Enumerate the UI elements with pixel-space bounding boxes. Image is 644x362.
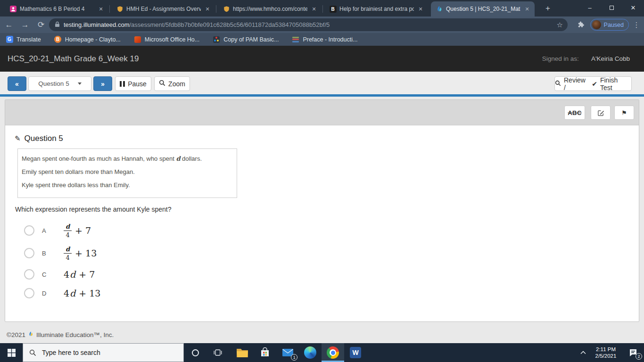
tab-title: Mathematics 6 B Period 4: [20, 6, 94, 12]
edge-icon: [304, 346, 316, 359]
file-explorer-button[interactable]: [231, 343, 254, 362]
store-icon: [260, 347, 270, 358]
new-tab-button[interactable]: +: [541, 3, 554, 14]
radio-button[interactable]: [24, 248, 34, 258]
book-lines-icon: [292, 36, 299, 43]
stimulus-line: Emily spent ten dollars more than Megan.: [22, 168, 233, 176]
next-question-button[interactable]: »: [93, 76, 112, 91]
magnifier-icon: [159, 80, 165, 88]
task-view-button[interactable]: [206, 343, 229, 362]
pause-button[interactable]: Pause: [115, 76, 151, 91]
cortana-button[interactable]: [184, 343, 206, 362]
stimulus-line: Megan spent one-fourth as much as Hannah…: [22, 155, 233, 163]
review-finish-button[interactable]: Review / ✔ Finish Test: [554, 76, 632, 91]
profile-button[interactable]: Paused: [590, 19, 629, 31]
browser-toolbar: ← → ⟳ ⌂ testing.illuminateed.com/assessm…: [0, 16, 644, 33]
tray-chevron-up-icon[interactable]: [577, 351, 589, 354]
tab-question-5-active[interactable]: Question 5 | HCS_20-21_Math ✕: [431, 1, 535, 16]
window-maximize-button[interactable]: [601, 0, 622, 15]
start-button[interactable]: [0, 343, 23, 362]
assessment-header: HCS_20-21_Math Grade 6_Week 19 Signed in…: [0, 46, 644, 72]
zoom-label: Zoom: [168, 80, 185, 88]
answer-option-b[interactable]: B d 4 + 13: [24, 244, 97, 263]
back-icon[interactable]: ←: [3, 19, 15, 31]
option-expression: d 4 + 7: [64, 223, 91, 238]
search-placeholder: Type here to search: [42, 349, 100, 356]
bookmark-office[interactable]: Microsoft Office Ho...: [130, 34, 203, 45]
action-center-button[interactable]: 2: [622, 343, 644, 362]
tab-close-icon[interactable]: ✕: [204, 5, 211, 13]
strikethrough-abc-button[interactable]: ABC: [564, 106, 585, 120]
tab-close-icon[interactable]: ✕: [310, 5, 318, 13]
zoom-button[interactable]: Zoom: [154, 76, 190, 91]
bookmark-translate[interactable]: G Translate: [2, 34, 45, 45]
address-bar[interactable]: testing.illuminateed.com/assessment/5fdb…: [49, 18, 568, 31]
taskbar-clock[interactable]: 2:11 PM 2/5/2021: [589, 346, 622, 359]
answer-option-d[interactable]: D 4d + 13: [24, 284, 100, 303]
math-variable: d: [70, 288, 75, 298]
browser-menu-icon[interactable]: ⋮: [633, 21, 640, 29]
math-variable: d: [70, 269, 75, 280]
pause-label: Pause: [128, 80, 147, 88]
class-person-icon: [9, 5, 17, 13]
bookmark-preface[interactable]: Preface - Introducti...: [288, 34, 361, 45]
radio-button[interactable]: [24, 269, 34, 280]
illuminate-logo-icon: [28, 330, 34, 339]
chrome-icon: [327, 346, 339, 359]
hmh-shield-icon: [223, 5, 230, 13]
fraction: d 4: [64, 246, 72, 261]
answer-option-a[interactable]: A d 4 + 7: [24, 221, 91, 240]
mail-button[interactable]: 1: [276, 343, 299, 362]
signed-in-label: Signed in as:: [542, 55, 579, 62]
tab-title: Question 5 | HCS_20-21_Math: [446, 6, 520, 12]
reload-icon[interactable]: ⟳: [35, 19, 47, 31]
tab-close-icon[interactable]: ✕: [97, 5, 105, 13]
stimulus-line: Kyle spent three dollars less than Emily…: [22, 181, 233, 189]
question-tools-bar: ABC ⚑: [5, 100, 639, 125]
window-close-button[interactable]: ✕: [622, 0, 644, 15]
question-card: ABC ⚑ ✎ Question 5 Megan spent one-fourt…: [5, 99, 639, 322]
question-heading: ✎ Question 5: [15, 134, 63, 143]
signed-in-user: A'Keiria Cobb: [591, 55, 630, 62]
notes-edit-button[interactable]: [591, 106, 611, 120]
microsoft-store-button[interactable]: [254, 343, 276, 362]
url-text: testing.illuminateed.com/assessment/5fdb…: [64, 21, 553, 28]
search-icon: [29, 349, 36, 356]
previous-question-button[interactable]: «: [8, 76, 26, 91]
tab-separator: [322, 5, 323, 13]
double-chevron-left-icon: «: [15, 80, 19, 88]
forward-icon[interactable]: →: [19, 19, 31, 31]
window-minimize-button[interactable]: –: [579, 0, 601, 15]
notification-badge: 2: [636, 353, 642, 360]
tab-hmh-ed[interactable]: HMH Ed - Assignments Overvi ✕: [111, 1, 215, 16]
tab-hmhco[interactable]: https://www.hmhco.com/conte ✕: [218, 1, 322, 16]
copyright-year: ©2021: [7, 331, 25, 338]
mail-badge: 1: [291, 354, 297, 361]
word-button[interactable]: W: [344, 343, 367, 362]
bookmark-homepage[interactable]: B Homepage - Clayto...: [50, 34, 124, 45]
tab-close-icon[interactable]: ✕: [523, 5, 531, 13]
windows-logo-icon: [8, 349, 16, 357]
radio-button[interactable]: [24, 225, 34, 236]
check-icon: ✔: [592, 80, 597, 88]
bookmark-pam[interactable]: Copy of PAM Basic...: [209, 34, 282, 45]
option-expression: 4d + 13: [64, 288, 100, 298]
brainly-icon: B: [329, 5, 337, 13]
review-label: Review /: [564, 76, 589, 91]
radio-button[interactable]: [24, 288, 34, 298]
tab-brainly[interactable]: B Help for brainiest and extra po ✕: [324, 1, 428, 16]
flag-question-button[interactable]: ⚑: [614, 106, 634, 120]
tab-close-icon[interactable]: ✕: [417, 5, 424, 13]
bookmark-star-icon[interactable]: ☆: [557, 21, 563, 29]
taskbar-search-input[interactable]: Type here to search: [23, 343, 184, 362]
chrome-button-active[interactable]: [322, 343, 344, 362]
clock-date: 2/5/2021: [595, 353, 617, 359]
tab-mathematics[interactable]: Mathematics 6 B Period 4 ✕: [5, 1, 108, 16]
clock-time: 2:11 PM: [596, 346, 616, 352]
answer-option-c[interactable]: C 4d + 7: [24, 265, 95, 284]
tab-separator: [109, 5, 110, 13]
extensions-puzzle-icon[interactable]: [575, 19, 586, 31]
toolbar-right: Paused ⋮: [575, 16, 640, 33]
question-select-dropdown[interactable]: Question 5: [28, 76, 91, 91]
edge-button[interactable]: [299, 343, 322, 362]
